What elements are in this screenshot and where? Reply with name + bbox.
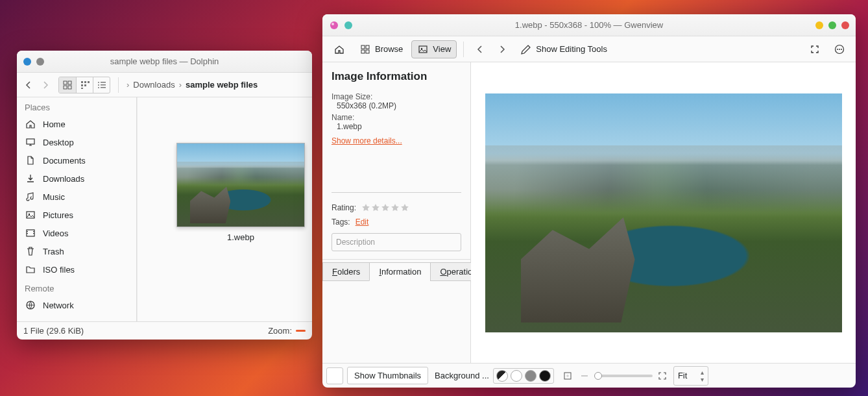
sidebar-item-home[interactable]: Home <box>17 115 136 133</box>
tab-information[interactable]: Information <box>369 262 431 281</box>
sidebar-tabs: Folders Information Operations <box>322 259 470 281</box>
sidebar-item-music[interactable]: Music <box>17 188 136 206</box>
displayed-image <box>485 93 842 332</box>
edit-label: Show Editing Tools <box>536 44 607 54</box>
gwenview-title: 1.webp - 550x368 - 100% — Gwenview <box>322 20 856 30</box>
dolphin-titlebar-dot-2[interactable] <box>36 58 44 66</box>
background-color-selector[interactable] <box>493 368 554 384</box>
next-image-button[interactable] <box>492 42 512 56</box>
svg-rect-23 <box>33 233 34 234</box>
sidebar-item-label: Music <box>43 192 65 202</box>
star-icon[interactable] <box>391 203 400 212</box>
view-button[interactable]: View <box>411 40 457 58</box>
svg-rect-7 <box>84 81 86 83</box>
sidebar-item-videos[interactable]: Videos <box>17 224 136 242</box>
image-name-value: 1.webp <box>337 122 461 131</box>
sidebar-item-downloads[interactable]: Downloads <box>17 169 136 188</box>
videos-icon <box>25 227 36 239</box>
image-viewport[interactable] <box>471 62 856 363</box>
zoom-value: Fit <box>678 371 687 380</box>
sidebar-item-pictures[interactable]: Pictures <box>17 206 136 224</box>
sidebar-item-label: Desktop <box>43 138 74 147</box>
thumbnail-toggle-button[interactable] <box>326 367 343 384</box>
tags-edit-link[interactable]: Edit <box>356 217 369 227</box>
compact-view-button[interactable] <box>76 77 93 93</box>
zoom-slider[interactable] <box>594 375 653 377</box>
svg-rect-22 <box>33 231 34 232</box>
documents-icon <box>25 155 36 166</box>
dolphin-toolbar: › Downloads › sample webp files <box>17 73 312 97</box>
dolphin-titlebar[interactable]: sample webp files — Dolphin <box>17 51 312 73</box>
svg-rect-4 <box>81 81 83 83</box>
icons-view-button[interactable] <box>59 77 76 93</box>
dolphin-titlebar-dot-1[interactable] <box>23 58 31 66</box>
star-icon[interactable] <box>400 203 409 212</box>
svg-rect-28 <box>361 45 365 49</box>
rating-stars[interactable] <box>361 203 409 212</box>
bg-option-contrast[interactable] <box>496 370 508 382</box>
more-details-link[interactable]: Show more details... <box>332 136 461 145</box>
zoom-out-icon[interactable] <box>577 369 592 383</box>
back-button[interactable] <box>22 79 35 92</box>
bg-option-grey[interactable] <box>525 370 536 382</box>
svg-point-10 <box>98 82 99 83</box>
sidebar-item-documents[interactable]: Documents <box>17 151 136 169</box>
star-icon[interactable] <box>381 203 390 212</box>
forward-button[interactable] <box>39 79 52 92</box>
star-icon[interactable] <box>371 203 380 212</box>
show-thumbnails-button[interactable]: Show Thumbnails <box>347 367 428 384</box>
zoom-slider[interactable] <box>296 330 306 332</box>
sidebar-item-label: Downloads <box>43 174 84 184</box>
zoom-level-combo[interactable]: Fit ▴▾ <box>673 366 708 386</box>
fullscreen-button[interactable] <box>804 41 826 58</box>
places-panel[interactable]: Places Home Desktop Documents Downloads … <box>17 97 137 321</box>
svg-point-35 <box>837 49 838 50</box>
svg-rect-32 <box>419 46 427 53</box>
star-icon[interactable] <box>361 203 370 212</box>
breadcrumb-downloads[interactable]: Downloads <box>133 80 175 90</box>
chevron-updown-icon: ▴▾ <box>701 369 704 383</box>
sidebar-item-label: Network <box>43 301 74 310</box>
image-size-label: Image Size: <box>332 92 461 101</box>
sidebar-item-trash[interactable]: Trash <box>17 242 136 260</box>
grid-icon <box>359 43 371 55</box>
home-button[interactable] <box>328 40 351 58</box>
network-icon <box>25 299 36 311</box>
sidebar-item-label: Home <box>43 119 66 129</box>
prev-image-button[interactable] <box>470 42 490 56</box>
svg-rect-39 <box>581 375 588 377</box>
browse-label: Browse <box>375 44 403 54</box>
bg-option-black[interactable] <box>539 370 551 382</box>
sidebar-item-iso[interactable]: ISO files <box>17 260 136 278</box>
breadcrumb-current[interactable]: sample webp files <box>186 80 258 90</box>
browse-button[interactable]: Browse <box>354 40 409 58</box>
sidebar-item-desktop[interactable]: Desktop <box>17 133 136 151</box>
zoom-fit-icon[interactable] <box>561 369 575 383</box>
svg-rect-9 <box>88 81 90 83</box>
tab-folders[interactable]: Folders <box>322 262 370 281</box>
maximize-button[interactable] <box>828 21 836 29</box>
titlebar-dot[interactable] <box>344 21 352 29</box>
breadcrumb[interactable]: › Downloads › sample webp files <box>127 80 258 90</box>
close-button[interactable] <box>841 21 849 29</box>
home-icon <box>333 43 345 55</box>
svg-point-36 <box>839 49 840 50</box>
details-view-button[interactable] <box>93 77 110 93</box>
sidebar-item-label: ISO files <box>43 265 75 275</box>
gwenview-titlebar[interactable]: 1.webp - 550x368 - 100% — Gwenview <box>322 14 856 36</box>
gwenview-bottombar: Show Thumbnails Background ... Fit ▴▾ <box>322 363 856 388</box>
svg-point-37 <box>841 49 842 50</box>
file-view[interactable]: 1.webp <box>137 97 312 321</box>
minimize-button[interactable] <box>815 21 823 29</box>
file-item[interactable]: 1.webp <box>176 143 305 242</box>
svg-rect-20 <box>27 231 28 232</box>
zoom-100-icon[interactable] <box>655 369 669 383</box>
description-placeholder: Description <box>336 238 375 247</box>
menu-button[interactable] <box>828 41 850 58</box>
bg-option-white[interactable] <box>511 370 522 382</box>
edit-tools-button[interactable]: Show Editing Tools <box>514 40 613 58</box>
image-size-value: 550x368 (0.2MP) <box>337 101 461 110</box>
dolphin-statusbar: 1 File (29.6 KiB) Zoom: <box>17 321 312 340</box>
sidebar-item-network[interactable]: Network <box>17 296 136 314</box>
description-input[interactable]: Description <box>332 233 461 251</box>
